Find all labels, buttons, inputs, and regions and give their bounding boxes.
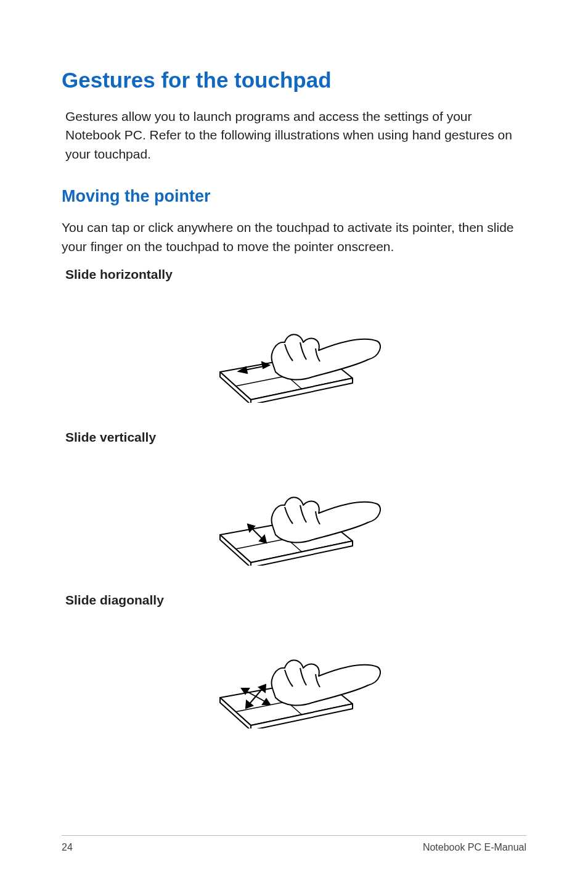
slide-diagonal-illustration <box>62 614 526 731</box>
slide-diagonal-label: Slide diagonally <box>62 593 526 608</box>
footer-doc-title: Notebook PC E-Manual <box>423 842 526 853</box>
body-paragraph: You can tap or click anywhere on the tou… <box>62 218 526 256</box>
section-heading: Moving the pointer <box>62 187 526 206</box>
slide-horizontal-illustration <box>62 288 526 405</box>
slide-vertical-label: Slide vertically <box>62 430 526 445</box>
slide-horizontal-label: Slide horizontally <box>62 267 526 282</box>
slide-vertical-illustration <box>62 451 526 568</box>
page-footer: 24 Notebook PC E-Manual <box>62 835 526 853</box>
page-number: 24 <box>62 842 73 853</box>
page-title: Gestures for the touchpad <box>62 68 526 93</box>
intro-paragraph: Gestures allow you to launch programs an… <box>62 107 526 163</box>
